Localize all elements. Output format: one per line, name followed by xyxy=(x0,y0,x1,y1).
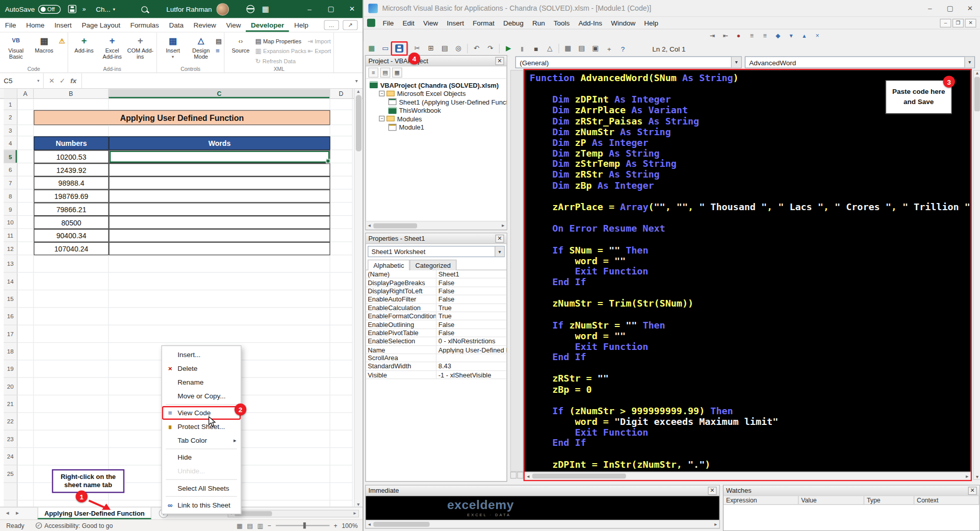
toggle-bookmark-icon[interactable]: ◆ xyxy=(773,30,783,40)
property-value[interactable]: False xyxy=(436,287,506,295)
row-header-10[interactable]: 10 xyxy=(4,216,17,229)
row-header-4[interactable]: 4 xyxy=(4,136,17,150)
number-cell-B6[interactable]: 12439.92 xyxy=(34,163,109,176)
view-code-icon[interactable]: ≡ xyxy=(368,67,378,78)
copy-icon[interactable]: ⊞ xyxy=(425,43,436,54)
macros-button[interactable]: ▦Macros xyxy=(31,34,58,54)
row-header-2[interactable]: 2 xyxy=(4,110,17,125)
view-mode-buttons[interactable] xyxy=(510,472,524,478)
property-value[interactable]: True xyxy=(436,312,506,320)
context-menu-item-view-code[interactable]: ≡View Code xyxy=(162,406,241,420)
property-row-displaypagebreaks[interactable]: DisplayPageBreaksFalse xyxy=(366,279,507,287)
property-row-standardwidth[interactable]: StandardWidth8.43 xyxy=(366,363,507,371)
context-menu-item-delete[interactable]: ×Delete xyxy=(162,362,241,375)
vba-menu-tools[interactable]: Tools xyxy=(549,19,574,27)
row-header-24[interactable]: 24 xyxy=(4,448,17,465)
property-value[interactable]: True xyxy=(436,304,506,312)
save-icon[interactable] xyxy=(68,5,76,13)
child-close-button[interactable]: ✕ xyxy=(965,18,976,27)
scroll-right-icon[interactable]: ► xyxy=(501,223,506,228)
avatar[interactable] xyxy=(216,3,229,16)
scroll-down-icon[interactable]: ▼ xyxy=(975,475,979,479)
run-icon[interactable]: ▶ xyxy=(503,43,514,54)
row-header-23[interactable]: 23 xyxy=(4,431,17,448)
property-value[interactable]: 8.43 xyxy=(436,363,506,370)
row-header-blank[interactable] xyxy=(4,500,17,507)
maximize-button[interactable]: ▢ xyxy=(320,0,342,18)
formula-bar-expand-icon[interactable]: ▾ xyxy=(350,78,363,84)
globe-icon[interactable] xyxy=(246,5,254,13)
enter-icon[interactable]: ✓ xyxy=(60,77,65,85)
autosave-toggle[interactable]: Off xyxy=(38,5,60,13)
close-icon[interactable]: ✕ xyxy=(968,487,977,495)
maximize-button[interactable]: ▢ xyxy=(940,0,960,16)
child-minimize-button[interactable]: – xyxy=(940,18,951,27)
minimize-button[interactable]: – xyxy=(920,0,940,16)
vba-menu-insert[interactable]: Insert xyxy=(443,19,469,27)
row-header-21[interactable]: 21 xyxy=(4,395,17,413)
project-explorer-icon[interactable]: ▦ xyxy=(562,43,574,54)
tab-scroll-right-icon[interactable]: ► xyxy=(15,511,20,516)
property-row-enableoutlining[interactable]: EnableOutliningFalse xyxy=(366,320,507,328)
code-vertical-scrollbar[interactable]: ▲▼ xyxy=(973,70,979,479)
code-horizontal-scrollbar[interactable]: ◄► xyxy=(525,472,970,480)
properties-tab-categorized[interactable]: Categorized xyxy=(409,260,456,270)
word-cell-C12[interactable] xyxy=(109,242,330,256)
property-row-name[interactable]: (Name)Sheet1 xyxy=(366,270,507,279)
help-icon[interactable]: ? xyxy=(617,43,629,54)
ribbon-tab-file[interactable]: File xyxy=(0,18,21,32)
row-header-8[interactable]: 8 xyxy=(4,190,17,203)
vba-menu-help[interactable]: Help xyxy=(640,19,663,27)
break-icon[interactable]: ‖ xyxy=(517,43,528,54)
excel-app-icon[interactable] xyxy=(367,19,375,27)
row-header-18[interactable]: 18 xyxy=(4,343,17,360)
indent-icon[interactable]: ⇥ xyxy=(707,30,717,40)
procedure-view-icon[interactable] xyxy=(510,472,517,478)
properties-window-icon[interactable]: ▤ xyxy=(576,43,587,54)
context-menu-item-move-or-copy[interactable]: Move or Copy... xyxy=(162,389,241,403)
word-cell-C11[interactable] xyxy=(109,229,330,242)
page-layout-view-icon[interactable]: ▤ xyxy=(247,522,253,529)
close-icon[interactable]: ✕ xyxy=(495,234,504,242)
context-menu-item-tab-color[interactable]: Tab Color▸ xyxy=(162,434,241,447)
watch-column-value[interactable]: Value xyxy=(798,496,864,504)
collapse-icon[interactable]: − xyxy=(379,116,384,121)
property-row-scrollarea[interactable]: ScrollArea xyxy=(366,354,507,362)
zoom-thumb[interactable] xyxy=(303,522,306,528)
zoom-level[interactable]: 100% xyxy=(342,522,357,529)
property-row-visible[interactable]: Visible-1 - xlSheetVisible xyxy=(366,371,507,379)
property-value[interactable]: Applying User-Defined Fun... xyxy=(436,346,506,353)
context-menu-item-protect-sheet[interactable]: ∎Protect Sheet... xyxy=(162,420,241,434)
uncomment-block-icon[interactable]: ≡ xyxy=(760,30,770,40)
property-row-name[interactable]: NameApplying User-Defined Fun... xyxy=(366,346,507,354)
ribbon-tab-insert[interactable]: Insert xyxy=(49,18,76,32)
search-icon[interactable] xyxy=(141,6,147,12)
vba-menu-view[interactable]: View xyxy=(419,19,442,27)
zoom-slider[interactable] xyxy=(275,525,329,526)
redo-icon[interactable]: ↷ xyxy=(485,43,496,54)
procedure-combobox[interactable]: AdvancedWord▼ xyxy=(745,56,975,68)
find-icon[interactable]: ◎ xyxy=(453,43,464,54)
more-commands-icon[interactable]: » xyxy=(83,6,86,12)
context-menu-item-rename[interactable]: Rename xyxy=(162,375,241,389)
apps-grid-icon[interactable]: ▦ xyxy=(262,5,269,13)
property-row-enableformatconditionscalc[interactable]: EnableFormatConditionsCalcTrue xyxy=(366,312,507,320)
view-code-icon-button[interactable]: ≡ xyxy=(216,46,222,55)
row-header-16[interactable]: 16 xyxy=(4,308,17,325)
view-object-icon[interactable]: ▤ xyxy=(380,67,391,78)
properties-tab-alphabetic[interactable]: Alphabetic xyxy=(368,260,409,270)
close-icon[interactable]: ✕ xyxy=(708,487,716,495)
outdent-icon[interactable]: ⇤ xyxy=(720,30,731,40)
property-value[interactable]: False xyxy=(436,329,506,337)
visual-basic-button[interactable]: VBVisual Basic xyxy=(3,34,30,60)
scroll-thumb[interactable] xyxy=(373,223,417,228)
map-properties-button[interactable]: ▤Map Properties xyxy=(255,36,306,45)
context-menu-item-hide[interactable]: Hide xyxy=(162,450,241,464)
watch-column-context[interactable]: Context xyxy=(914,496,979,504)
scroll-thumb[interactable] xyxy=(373,522,429,527)
insert-button[interactable]: ▦Insert▾ xyxy=(160,34,187,59)
column-header-B[interactable]: B xyxy=(34,89,109,98)
object-dropdown[interactable]: Sheet1 Worksheet▼ xyxy=(368,246,505,257)
clear-bookmarks-icon[interactable]: × xyxy=(812,30,822,40)
context-menu-item-link-to-this-sheet[interactable]: ∞Link to this Sheet xyxy=(162,498,241,512)
